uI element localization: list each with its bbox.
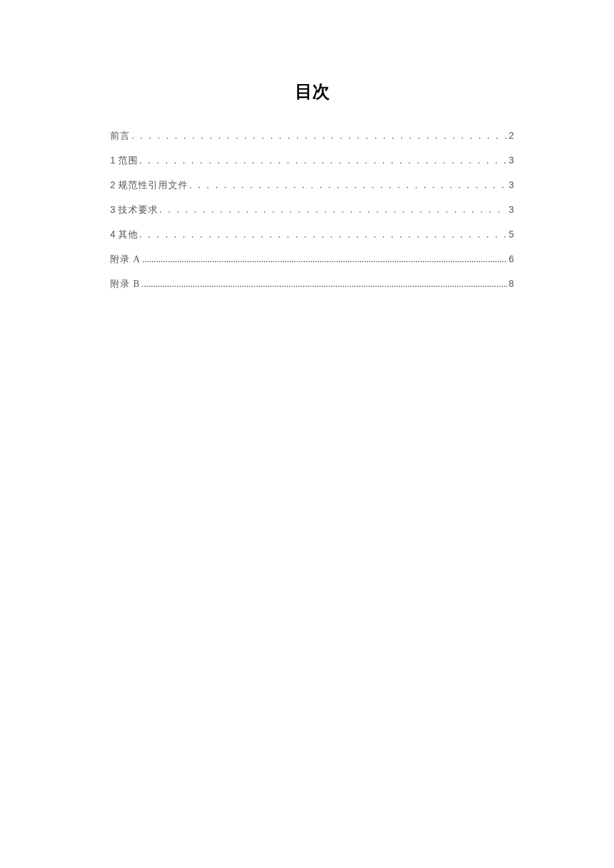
toc-entry-label: 4其他 — [110, 229, 138, 241]
toc-entry-label: 附录 A — [110, 254, 141, 266]
toc-leader-dots: . . . . . . . . . . . . . . . . . . . . … — [139, 230, 507, 240]
toc-leader-dots: ........................................… — [141, 279, 507, 290]
toc-entry-text: 附录 B — [110, 279, 140, 289]
toc-entry-text: 附录 A — [110, 254, 141, 264]
toc-entry-text: 技术要求 — [118, 205, 158, 215]
toc-entry-text: 其他 — [118, 230, 138, 240]
toc-entry-page: 3 — [509, 155, 514, 165]
toc-entry-page: 2 — [509, 130, 514, 141]
toc-entry-page: 3 — [509, 204, 514, 215]
toc-list: 前言. . . . . . . . . . . . . . . . . . . … — [110, 130, 514, 290]
toc-entry-page: 3 — [509, 179, 514, 190]
toc-entry: 附录 A....................................… — [110, 254, 514, 266]
toc-entry-page: 5 — [509, 229, 514, 240]
toc-entry-page: 8 — [509, 278, 514, 289]
toc-entry-text: 范围 — [118, 155, 138, 165]
toc-leader-dots: . . . . . . . . . . . . . . . . . . . . … — [190, 180, 507, 191]
toc-entry-label: 附录 B — [110, 278, 140, 290]
toc-entry-label: 1范围 — [110, 155, 138, 167]
toc-entry: 前言. . . . . . . . . . . . . . . . . . . … — [110, 130, 514, 142]
toc-entry: 1范围. . . . . . . . . . . . . . . . . . .… — [110, 155, 514, 167]
toc-entry: 2规范性引用文件. . . . . . . . . . . . . . . . … — [110, 179, 514, 191]
toc-entry-page: 6 — [509, 254, 514, 264]
toc-entry-label: 前言 — [110, 130, 130, 142]
toc-entry: 附录 B....................................… — [110, 278, 514, 290]
toc-title: 目次 — [110, 80, 514, 103]
toc-entry-number: 2 — [110, 179, 116, 190]
toc-entry: 4其他. . . . . . . . . . . . . . . . . . .… — [110, 229, 514, 241]
toc-entry-label: 3技术要求 — [110, 204, 158, 216]
toc-entry-number: 1 — [110, 155, 116, 165]
toc-entry: 3技术要求. . . . . . . . . . . . . . . . . .… — [110, 204, 514, 216]
toc-entry-number: 3 — [110, 204, 116, 215]
toc-leader-dots: . . . . . . . . . . . . . . . . . . . . … — [131, 131, 507, 141]
toc-leader-dots: . . . . . . . . . . . . . . . . . . . . … — [139, 155, 507, 166]
toc-entry-text: 前言 — [110, 131, 130, 141]
toc-leader-dots: . . . . . . . . . . . . . . . . . . . . … — [160, 205, 507, 215]
toc-entry-number: 4 — [110, 229, 116, 240]
toc-leader-dots: ........................................… — [142, 254, 508, 265]
toc-entry-label: 2规范性引用文件 — [110, 179, 188, 191]
toc-entry-text: 规范性引用文件 — [118, 180, 188, 190]
document-page: 目次 前言. . . . . . . . . . . . . . . . . .… — [0, 0, 614, 290]
